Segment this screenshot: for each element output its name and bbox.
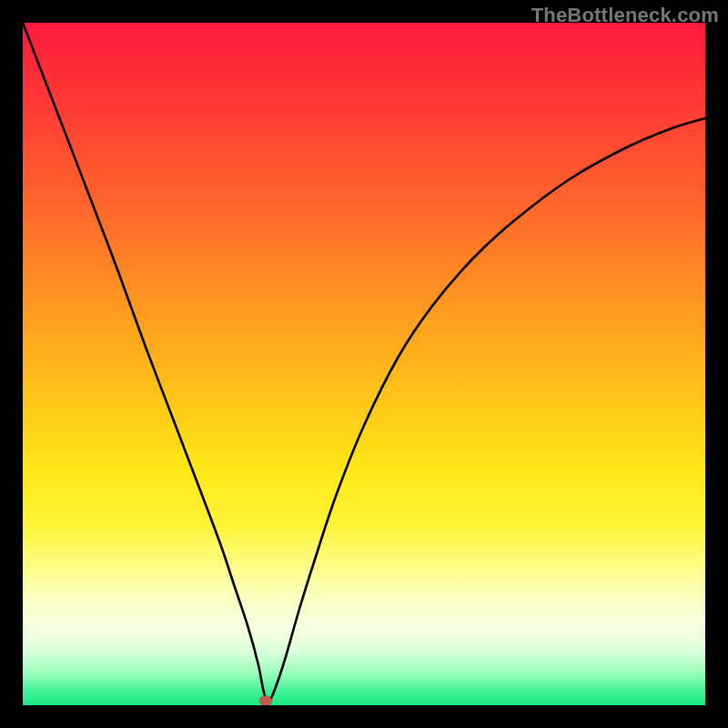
bottleneck-curve xyxy=(23,23,705,705)
chart-frame: TheBottleneck.com xyxy=(0,0,728,728)
plot-area xyxy=(23,23,705,705)
watermark-text: TheBottleneck.com xyxy=(531,4,719,27)
optimum-marker xyxy=(259,695,272,705)
